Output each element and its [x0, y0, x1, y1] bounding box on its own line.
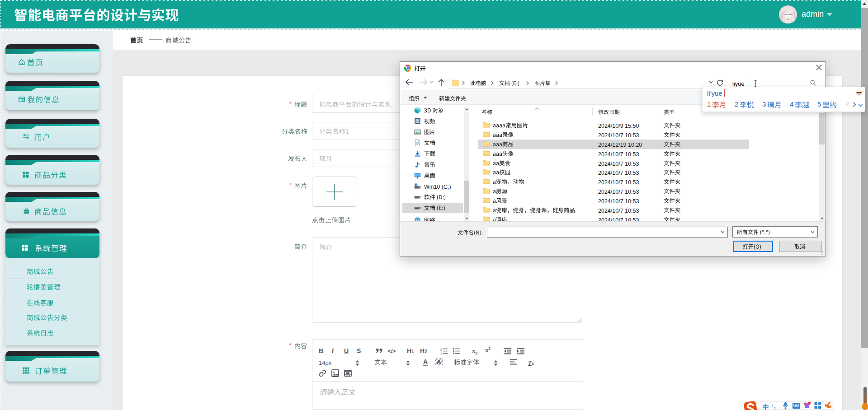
svg-text:A: A [437, 359, 441, 365]
svg-text:3: 3 [440, 352, 442, 354]
